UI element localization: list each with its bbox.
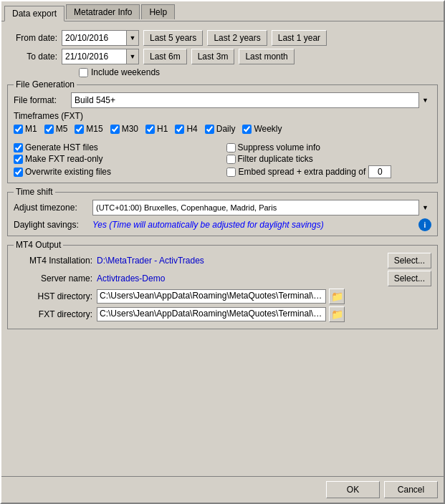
mt4-fxt-row: FXT directory: C:\Users\Jean\AppData\Roa…: [14, 306, 431, 322]
mt4-server-row: Server name: Activtrades-Demo Select...: [14, 271, 431, 286]
to-date-dropdown[interactable]: ▼: [126, 49, 139, 64]
mt4-installation-value: D:\MetaTrader - ActivTrades: [97, 256, 385, 266]
from-date-row: From date: ▼ Last 5 years Last 2 years L…: [7, 30, 438, 46]
mt4-hst-path: C:\Users\Jean\AppData\Roaming\MetaQuotes…: [97, 289, 326, 304]
mt4-server-label: Server name:: [14, 273, 92, 284]
folder-icon: 📁: [331, 291, 343, 302]
filter-dup-checkbox[interactable]: [226, 155, 236, 164]
filter-dup-item: Filter duplicate ticks: [226, 154, 432, 164]
mt4-hst-folder-button[interactable]: 📁: [329, 289, 345, 304]
tf-m5: M5: [44, 124, 68, 134]
time-shift-section: Time shift Adjust timezone: (UTC+01:00) …: [7, 192, 438, 236]
file-generation-section: File Generation File format: Build 545+ …: [7, 84, 438, 183]
timeframes-label: Timeframes (FXT): [14, 111, 431, 121]
daylight-row: Daylight savings: Yes (Time will automat…: [14, 218, 431, 231]
cancel-button[interactable]: Cancel: [384, 481, 438, 498]
overwrite-checkbox[interactable]: [14, 168, 23, 177]
timezone-row: Adjust timezone: (UTC+01:00) Bruxelles, …: [14, 200, 431, 215]
tf-m30-checkbox[interactable]: [110, 125, 120, 134]
mt4-installation-row: MT4 Installation: D:\MetaTrader - ActivT…: [14, 253, 431, 268]
make-fxt-label: Make FXT read-only: [25, 154, 103, 164]
tab-bar: Data export Metatrader Info Help: [1, 1, 444, 21]
tf-weekly-label: Weekly: [254, 124, 282, 134]
last2years-button[interactable]: Last 2 years: [207, 30, 267, 46]
tf-h4-label: H4: [186, 124, 197, 134]
tf-weekly: Weekly: [242, 124, 282, 134]
make-fxt-checkbox[interactable]: [14, 155, 23, 164]
mt4-fxt-label: FXT directory:: [14, 309, 92, 319]
tf-m15-label: M15: [86, 124, 102, 134]
tf-h4-checkbox[interactable]: [175, 125, 184, 134]
timezone-select[interactable]: (UTC+01:00) Bruxelles, Copenhague, Madri…: [92, 200, 431, 215]
tf-m15: M15: [75, 124, 102, 134]
from-date-input[interactable]: [62, 30, 126, 46]
tab-data-export[interactable]: Data export: [4, 6, 64, 21]
gen-hst-label: Generate HST files: [25, 142, 98, 152]
main-content: From date: ▼ Last 5 years Last 2 years L…: [1, 21, 444, 476]
embed-spread-checkbox[interactable]: [226, 168, 236, 177]
tab-metatrader-info[interactable]: Metatrader Info: [66, 4, 140, 19]
main-window: Data export Metatrader Info Help From da…: [0, 0, 445, 504]
bottom-bar: OK Cancel: [1, 476, 444, 503]
folder-icon-fxt: 📁: [331, 309, 343, 320]
last1year-button[interactable]: Last 1 year: [272, 30, 327, 46]
tf-h1-checkbox[interactable]: [145, 125, 155, 134]
suppress-vol-item: Suppress volume info: [226, 142, 432, 152]
tf-h4: H4: [175, 124, 197, 134]
to-date-input[interactable]: [62, 49, 126, 64]
mt4-fxt-folder-button[interactable]: 📁: [329, 306, 345, 322]
daylight-text: Yes (Time will automatically be adjusted…: [92, 220, 416, 230]
last3m-button[interactable]: Last 3m: [191, 49, 235, 64]
mt4-fxt-path: C:\Users\Jean\AppData\Roaming\MetaQuotes…: [97, 307, 326, 321]
tf-daily-checkbox[interactable]: [205, 125, 214, 134]
gen-hst-checkbox[interactable]: [14, 143, 23, 152]
tf-m5-checkbox[interactable]: [44, 125, 54, 134]
file-format-select[interactable]: Build 545+: [71, 92, 431, 108]
to-date-label: To date:: [7, 52, 57, 62]
lastmonth-button[interactable]: Last month: [239, 49, 294, 64]
overwrite-item: Overwrite existing files: [14, 165, 219, 178]
tf-m5-label: M5: [56, 124, 68, 134]
file-generation-title: File Generation: [14, 79, 77, 89]
from-date-label: From date:: [7, 33, 57, 43]
file-format-wrapper: Build 545+ ▼: [71, 92, 431, 108]
mt4-installation-select-button[interactable]: Select...: [388, 253, 431, 268]
make-fxt-item: Make FXT read-only: [14, 154, 219, 164]
suppress-vol-checkbox[interactable]: [226, 143, 236, 152]
from-date-dropdown[interactable]: ▼: [126, 30, 139, 46]
ok-button[interactable]: OK: [326, 481, 380, 498]
suppress-vol-label: Suppress volume info: [238, 142, 320, 152]
overwrite-label: Overwrite existing files: [25, 167, 111, 177]
tf-weekly-checkbox[interactable]: [242, 125, 252, 134]
tf-h1-label: H1: [157, 124, 168, 134]
options-grid: Generate HST files Suppress volume info …: [14, 142, 431, 178]
embed-value-input[interactable]: [368, 165, 391, 178]
timezone-wrapper: (UTC+01:00) Bruxelles, Copenhague, Madri…: [92, 200, 431, 215]
mt4-server-select-button[interactable]: Select...: [388, 271, 431, 286]
timeframes-row: M1 M5 M15 M30: [14, 124, 431, 134]
tf-m1: M1: [14, 124, 37, 134]
include-weekends-row: Include weekends: [79, 67, 438, 77]
tf-m1-label: M1: [25, 124, 37, 134]
include-weekends-checkbox[interactable]: [79, 68, 88, 77]
daylight-label: Daylight savings:: [14, 220, 92, 230]
include-weekends-label: Include weekends: [91, 67, 160, 77]
last6m-button[interactable]: Last 6m: [143, 49, 187, 64]
last5years-button[interactable]: Last 5 years: [143, 30, 203, 46]
tab-help[interactable]: Help: [141, 4, 175, 19]
info-button[interactable]: i: [418, 218, 431, 231]
mt4-server-value: Activtrades-Demo: [97, 273, 385, 284]
tf-m30-label: M30: [122, 124, 138, 134]
filter-dup-label: Filter duplicate ticks: [238, 154, 313, 164]
mt4-hst-row: HST directory: C:\Users\Jean\AppData\Roa…: [14, 289, 431, 304]
gen-hst-item: Generate HST files: [14, 142, 219, 152]
embed-spread-label: Embed spread + extra padding of: [239, 167, 366, 177]
tf-daily: Daily: [205, 124, 236, 134]
tf-m15-checkbox[interactable]: [75, 125, 84, 134]
mt4-output-title: MT4 Output: [14, 240, 63, 250]
timezone-label: Adjust timezone:: [14, 203, 92, 213]
tf-m1-checkbox[interactable]: [14, 125, 23, 134]
file-format-label: File format:: [14, 95, 71, 105]
tf-m30: M30: [110, 124, 138, 134]
tf-daily-label: Daily: [216, 124, 236, 134]
